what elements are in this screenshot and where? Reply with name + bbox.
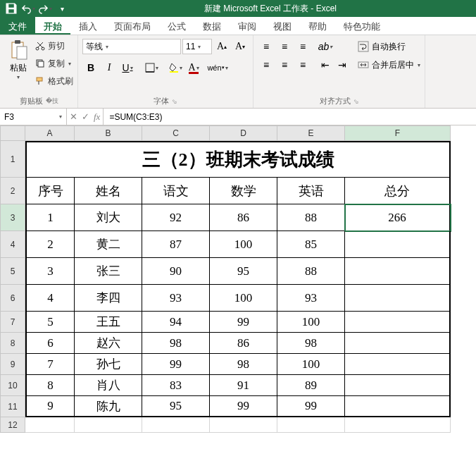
redo-icon[interactable]: [38, 1, 52, 16]
decrease-indent-icon[interactable]: ⇤: [317, 56, 334, 73]
selected-cell[interactable]: 266: [345, 204, 451, 231]
align-center-icon[interactable]: ≡: [276, 56, 293, 73]
header-cell[interactable]: 总分: [345, 178, 451, 204]
cancel-formula-icon[interactable]: ✕: [70, 111, 77, 122]
enter-formula-icon[interactable]: ✓: [82, 111, 89, 122]
border-button[interactable]: [143, 59, 160, 76]
data-cell[interactable]: 99: [277, 396, 345, 417]
qat-customize-icon[interactable]: ▾: [55, 1, 69, 16]
save-icon[interactable]: [4, 1, 18, 16]
data-cell[interactable]: 89: [277, 375, 345, 396]
data-cell[interactable]: 9: [25, 396, 75, 417]
formula-bar[interactable]: =SUM(C3:E3): [104, 109, 476, 125]
header-cell[interactable]: 英语: [277, 178, 345, 204]
col-header-B[interactable]: B: [75, 125, 142, 141]
tab-help[interactable]: 帮助: [300, 17, 335, 35]
data-cell[interactable]: 83: [142, 375, 210, 396]
align-middle-icon[interactable]: ≡: [276, 38, 293, 55]
bold-button[interactable]: B: [82, 59, 99, 76]
data-cell[interactable]: 孙七: [75, 354, 142, 375]
copy-button[interactable]: 复制: [35, 56, 73, 71]
font-family-combo[interactable]: 等线▾: [82, 39, 181, 54]
data-cell[interactable]: 95: [210, 258, 277, 285]
font-size-combo[interactable]: 11▾: [182, 39, 212, 54]
data-cell[interactable]: 95: [142, 396, 210, 417]
format-painter-button[interactable]: 格式刷: [35, 73, 73, 89]
data-cell[interactable]: 100: [210, 285, 277, 312]
row-header-10[interactable]: 10: [0, 375, 25, 396]
data-cell[interactable]: 6: [25, 333, 75, 354]
row-header-11[interactable]: 11: [0, 396, 25, 417]
data-cell[interactable]: 86: [210, 204, 277, 231]
underline-button[interactable]: U: [119, 59, 136, 76]
title-cell[interactable]: 三（2）班期末考试成绩: [25, 141, 451, 178]
data-cell[interactable]: 8: [25, 375, 75, 396]
header-cell[interactable]: 姓名: [75, 178, 142, 204]
data-cell[interactable]: 86: [210, 333, 277, 354]
fx-icon[interactable]: fx: [94, 111, 100, 123]
decrease-font-icon[interactable]: A▾: [232, 38, 249, 55]
tab-view[interactable]: 视图: [265, 17, 300, 35]
data-cell[interactable]: [345, 333, 451, 354]
data-cell[interactable]: 7: [25, 354, 75, 375]
data-cell[interactable]: 93: [277, 285, 345, 312]
undo-icon[interactable]: [21, 1, 35, 16]
align-right-icon[interactable]: ≡: [294, 56, 311, 73]
data-cell[interactable]: 99: [210, 312, 277, 333]
header-cell[interactable]: 序号: [25, 178, 75, 204]
fill-color-button[interactable]: [167, 59, 184, 76]
row-header-9[interactable]: 9: [0, 354, 25, 375]
row-header-4[interactable]: 4: [0, 231, 25, 258]
col-header-D[interactable]: D: [210, 125, 277, 141]
data-cell[interactable]: 94: [142, 312, 210, 333]
row-header-7[interactable]: 7: [0, 312, 25, 333]
data-cell[interactable]: 99: [142, 354, 210, 375]
data-cell[interactable]: 88: [277, 258, 345, 285]
tab-file[interactable]: 文件: [0, 17, 35, 35]
data-cell[interactable]: [345, 231, 451, 258]
data-cell[interactable]: 92: [142, 204, 210, 231]
align-left-icon[interactable]: ≡: [258, 56, 275, 73]
row-header-6[interactable]: 6: [0, 285, 25, 312]
clipboard-launcher-icon[interactable]: �技: [46, 97, 58, 106]
data-cell[interactable]: 黄二: [75, 231, 142, 258]
data-cell[interactable]: [345, 375, 451, 396]
data-cell[interactable]: 100: [210, 231, 277, 258]
cut-button[interactable]: 剪切: [35, 38, 73, 54]
wrap-text-button[interactable]: 自动换行: [358, 38, 420, 55]
paste-button[interactable]: 粘贴 ▾: [4, 38, 32, 82]
data-cell[interactable]: [345, 285, 451, 312]
data-cell[interactable]: [345, 312, 451, 333]
font-launcher-icon[interactable]: ⬂: [172, 98, 177, 105]
row-header-8[interactable]: 8: [0, 333, 25, 354]
data-cell[interactable]: 98: [210, 354, 277, 375]
empty-cell[interactable]: [75, 417, 142, 433]
data-cell[interactable]: 98: [277, 333, 345, 354]
data-cell[interactable]: 张三: [75, 258, 142, 285]
col-header-E[interactable]: E: [277, 125, 345, 141]
col-header-C[interactable]: C: [142, 125, 210, 141]
font-color-button[interactable]: A: [185, 59, 202, 76]
row-header-3[interactable]: 3: [0, 204, 25, 231]
data-cell[interactable]: [345, 354, 451, 375]
merge-center-button[interactable]: 合并后居中: [358, 56, 420, 73]
tab-home[interactable]: 开始: [35, 17, 70, 35]
data-cell[interactable]: 99: [210, 396, 277, 417]
data-cell[interactable]: [345, 258, 451, 285]
empty-cell[interactable]: [25, 417, 75, 433]
row-header-1[interactable]: 1: [0, 141, 25, 178]
tab-special[interactable]: 特色功能: [335, 17, 389, 35]
increase-font-icon[interactable]: A▴: [213, 38, 230, 55]
data-cell[interactable]: 85: [277, 231, 345, 258]
col-header-A[interactable]: A: [25, 125, 75, 141]
data-cell[interactable]: 王五: [75, 312, 142, 333]
tab-layout[interactable]: 页面布局: [106, 17, 159, 35]
tab-insert[interactable]: 插入: [70, 17, 106, 35]
empty-cell[interactable]: [277, 417, 345, 433]
empty-cell[interactable]: [210, 417, 277, 433]
data-cell[interactable]: 3: [25, 258, 75, 285]
data-cell[interactable]: 5: [25, 312, 75, 333]
data-cell[interactable]: 93: [142, 285, 210, 312]
header-cell[interactable]: 语文: [142, 178, 210, 204]
row-header-5[interactable]: 5: [0, 258, 25, 285]
